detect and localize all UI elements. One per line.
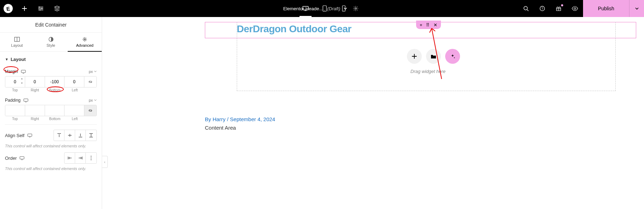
svg-point-3 [355,8,356,9]
padding-device-toggle[interactable] [23,98,28,102]
dots-vertical-icon [90,156,92,160]
margin-label: Margin [5,69,18,74]
svg-point-2 [39,9,40,10]
add-widget-button[interactable] [407,49,422,64]
spinner-up[interactable]: ▲ [20,77,24,82]
whats-new-button[interactable] [550,0,567,17]
desktop-icon [302,6,309,11]
padding-unit-select[interactable]: px [89,98,97,102]
container-close-button[interactable]: ✕ [433,23,437,27]
tab-advanced[interactable]: Advanced [68,33,102,51]
editor-sidebar: Edit Container Layout Style Advanced ▼ [0,17,102,209]
layers-icon [54,6,60,11]
editor-canvas[interactable]: DerDragon Outdoor Gear + ⠿ ✕ Drag widget… [102,17,644,209]
layout-icon [14,37,20,42]
publish-button[interactable]: Publish [583,0,629,17]
order-start-button[interactable] [65,153,75,163]
order-label: Order [5,156,17,161]
svg-point-8 [343,10,344,11]
content-area-label: Content Area [205,125,236,131]
preview-button[interactable] [567,0,583,17]
add-template-button[interactable] [426,49,441,64]
mobile-icon [342,5,346,12]
svg-rect-17 [21,70,26,73]
align-top-icon [57,133,62,138]
align-end-button[interactable] [75,130,86,141]
padding-right-input[interactable] [25,105,45,116]
align-bottom-icon [78,133,83,138]
svg-point-22 [91,158,91,158]
panel-title: Edit Container [0,17,102,33]
desktop-icon [21,70,26,74]
margin-unit-select[interactable]: px [89,69,97,74]
svg-point-6 [324,10,325,11]
align-stretch-icon [89,133,94,138]
tab-style[interactable]: Style [34,33,68,51]
help-button[interactable]: ? [534,0,550,17]
chevron-down-icon [635,6,639,11]
container-handle[interactable]: + ⠿ ✕ [416,21,441,29]
margin-device-toggle[interactable] [21,70,26,74]
topbar: E Elementor Heade… (Draft) [0,0,644,17]
svg-point-23 [91,159,91,160]
container-drag-handle[interactable]: ⠿ [426,23,430,27]
align-start-button[interactable] [54,130,65,141]
order-device-toggle[interactable] [19,156,24,160]
svg-point-9 [524,6,527,10]
sparkle-icon [450,53,455,59]
padding-left-input[interactable] [65,105,84,116]
post-byline[interactable]: By Harry / September 4, 2024 [205,116,275,122]
svg-point-21 [91,156,91,157]
elementor-logo[interactable]: E [0,0,16,17]
folder-icon [431,54,436,59]
container-add-button[interactable]: + [420,23,422,27]
svg-rect-18 [24,99,28,101]
align-stretch-button[interactable] [86,130,96,141]
margin-right-input[interactable] [25,77,45,87]
drag-hint: Drag widget here [410,69,446,74]
order-note: This control will affect contained eleme… [5,166,97,171]
finder-button[interactable] [518,0,534,17]
align-center-icon [67,133,72,138]
responsive-mobile[interactable] [334,0,353,17]
responsive-desktop[interactable] [296,0,315,17]
svg-point-13 [574,8,576,10]
eye-icon [571,6,578,11]
structure-button[interactable] [49,0,65,17]
ai-button[interactable] [445,49,460,64]
panel-tabs: Layout Style Advanced [0,33,102,52]
search-icon [523,6,529,11]
padding-link-toggle[interactable] [84,105,96,116]
padding-bottom-input[interactable] [45,105,65,116]
link-icon [88,79,93,84]
order-last-icon [78,156,83,160]
svg-rect-4 [303,6,308,10]
notification-dot [561,4,563,6]
publish-options-button[interactable] [629,0,644,17]
align-self-device-toggle[interactable] [27,134,32,137]
order-more-button[interactable] [86,153,96,163]
padding-top-input[interactable] [5,105,25,116]
desktop-icon [19,156,24,160]
margin-left-input[interactable] [65,77,84,87]
site-settings-button[interactable] [33,0,49,17]
margin-bottom-input[interactable] [45,77,65,87]
chevron-down-icon [94,99,97,102]
order-end-button[interactable] [75,153,86,163]
svg-rect-20 [20,157,24,159]
plus-icon [411,53,417,59]
section-layout-header[interactable]: ▼ Layout [5,57,97,62]
spinner-down[interactable]: ▼ [20,82,24,86]
link-icon [88,108,93,113]
align-center-button[interactable] [65,130,75,141]
add-element-button[interactable] [16,0,33,17]
tab-layout[interactable]: Layout [0,33,34,51]
help-icon: ? [539,6,545,11]
panel-collapse-toggle[interactable]: ‹ [102,156,108,168]
responsive-tablet[interactable] [315,0,334,17]
margin-link-toggle[interactable] [84,77,96,87]
padding-label: Padding [5,98,21,103]
svg-rect-19 [28,134,32,136]
sliders-icon [38,6,44,11]
svg-text:?: ? [542,7,543,10]
